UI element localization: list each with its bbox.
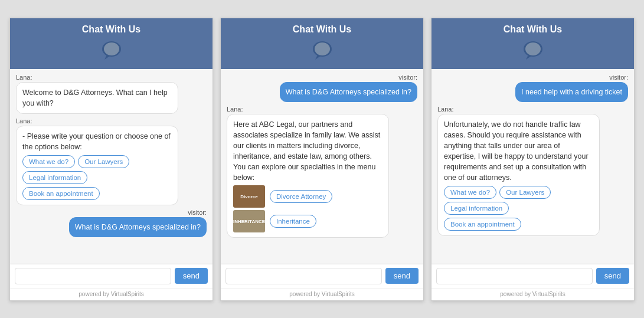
chat-body-2: visitor: What is D&G Attorneys specializ… bbox=[221, 69, 423, 264]
chat-input-1[interactable] bbox=[15, 268, 171, 284]
divorce-option: Divorce Divorce Attorney bbox=[233, 185, 383, 208]
option-divorce[interactable]: Divorce Attorney bbox=[270, 190, 332, 203]
chat-title-1: Chat With Us bbox=[82, 24, 140, 35]
svg-point-8 bbox=[525, 42, 541, 55]
lana-bubble-1: Welcome to D&G Attorneys. What can I hel… bbox=[16, 82, 178, 114]
inheritance-option: INHERITANCE Inheritance bbox=[233, 210, 383, 232]
option-legal-info-1[interactable]: Legal information bbox=[22, 171, 87, 184]
msg-row-visitor3: visitor: I need help with a driving tick… bbox=[437, 74, 628, 102]
msg-row-visitor2: visitor: What is D&G Attorneys specializ… bbox=[227, 74, 417, 102]
visitor-bubble-1: What is D&G Attorneys specialized in? bbox=[69, 217, 207, 237]
lana-label-2: Lana: bbox=[16, 117, 207, 124]
chat-footer-2: powered by VirtualSpirits bbox=[221, 288, 423, 300]
chat-wrapper: Chat With Us Lana: Welcome to D&G Attorn… bbox=[1, 12, 643, 307]
option-buttons-5: Legal information bbox=[444, 202, 593, 215]
lana-bubble-4: Unfortunately, we do not handle traffic … bbox=[437, 114, 600, 237]
chat-body-3: visitor: I need help with a driving tick… bbox=[431, 69, 634, 264]
option-our-lawyers-1[interactable]: Our Lawyers bbox=[78, 155, 129, 168]
visitor-label-3: visitor: bbox=[609, 74, 628, 81]
visitor-label-row-3: visitor: bbox=[437, 74, 628, 82]
chat-window-2: Chat With Us visitor: What is D&G Attorn… bbox=[220, 18, 424, 301]
visitor-bubble-3: I need help with a driving ticket bbox=[515, 82, 628, 102]
msg-row-lana4: Lana: Unfortunately, we do not handle tr… bbox=[437, 106, 628, 237]
visitor-label-row-1: visitor: bbox=[16, 209, 207, 217]
svg-point-5 bbox=[315, 42, 330, 55]
lana-bubble-2: - Please write your question or choose o… bbox=[16, 126, 178, 205]
chat-header-1: Chat With Us bbox=[10, 18, 213, 69]
option-legal-info-3[interactable]: Legal information bbox=[444, 202, 509, 215]
option-book-appt-3[interactable]: Book an appointment bbox=[444, 218, 521, 231]
option-what-we-do-1[interactable]: What we do? bbox=[22, 155, 75, 168]
option-what-we-do-3[interactable]: What we do? bbox=[444, 186, 496, 199]
inheritance-image: INHERITANCE bbox=[233, 210, 265, 232]
chat-title-3: Chat With Us bbox=[504, 24, 562, 35]
chat-icon-3 bbox=[520, 37, 546, 63]
send-button-2[interactable]: send bbox=[385, 268, 419, 284]
chat-footer-1: powered by VirtualSpirits bbox=[10, 288, 213, 300]
chat-footer-3: powered by VirtualSpirits bbox=[431, 288, 634, 300]
option-book-appt-1[interactable]: Book an appointment bbox=[22, 187, 100, 200]
msg-row-lana1: Lana: Welcome to D&G Attorneys. What can… bbox=[16, 74, 207, 114]
chat-window-1: Chat With Us Lana: Welcome to D&G Attorn… bbox=[9, 18, 213, 301]
msg-row-visitor1: visitor: What is D&G Attorneys specializ… bbox=[16, 209, 207, 237]
option-buttons-6: Book an appointment bbox=[444, 218, 593, 231]
send-button-1[interactable]: send bbox=[175, 268, 208, 284]
chat-title-2: Chat With Us bbox=[293, 24, 351, 35]
option-inheritance[interactable]: Inheritance bbox=[270, 215, 316, 228]
lana-text-2: - Please write your question or choose o… bbox=[22, 132, 171, 151]
visitor-label-1: visitor: bbox=[188, 209, 207, 216]
visitor-label-2: visitor: bbox=[398, 74, 417, 81]
msg-row-lana3: Lana: Here at ABC Legal, our partners an… bbox=[227, 106, 417, 238]
chat-icon-2 bbox=[309, 37, 335, 63]
chat-input-2[interactable] bbox=[225, 268, 382, 284]
lana-label-4: Lana: bbox=[437, 106, 628, 113]
visitor-bubble-2: What is D&G Attorneys specialized in? bbox=[280, 82, 417, 102]
chat-input-3[interactable] bbox=[436, 268, 593, 284]
option-buttons-2: Legal information bbox=[22, 171, 172, 184]
visitor-label-row-2: visitor: bbox=[227, 74, 417, 82]
chat-input-area-3: send bbox=[431, 264, 634, 288]
divorce-image: Divorce bbox=[233, 185, 265, 208]
option-buttons-4: What we do? Our Lawyers bbox=[444, 186, 593, 199]
lana-label-3: Lana: bbox=[227, 106, 417, 113]
lana-text-3: Here at ABC Legal, our partners and asso… bbox=[233, 120, 380, 182]
chat-header-3: Chat With Us bbox=[431, 18, 634, 69]
lana-bubble-3: Here at ABC Legal, our partners and asso… bbox=[227, 114, 389, 238]
svg-point-2 bbox=[104, 42, 119, 55]
chat-header-2: Chat With Us bbox=[221, 18, 423, 69]
chat-icon-1 bbox=[99, 37, 125, 63]
chat-input-area-2: send bbox=[221, 264, 423, 288]
send-button-3[interactable]: send bbox=[596, 268, 629, 284]
chat-window-3: Chat With Us visitor: I need help with a… bbox=[431, 18, 635, 301]
option-our-lawyers-3[interactable]: Our Lawyers bbox=[499, 186, 551, 199]
chat-body-1: Lana: Welcome to D&G Attorneys. What can… bbox=[10, 69, 213, 264]
chat-input-area-1: send bbox=[10, 264, 213, 288]
option-buttons-3: Book an appointment bbox=[22, 187, 172, 200]
lana-text-4: Unfortunately, we do not handle traffic … bbox=[444, 120, 589, 182]
option-buttons-1: What we do? Our Lawyers bbox=[22, 155, 172, 168]
svg-marker-1 bbox=[104, 55, 112, 60]
msg-row-lana2: Lana: - Please write your question or ch… bbox=[16, 117, 207, 205]
lana-label-1: Lana: bbox=[16, 74, 207, 81]
